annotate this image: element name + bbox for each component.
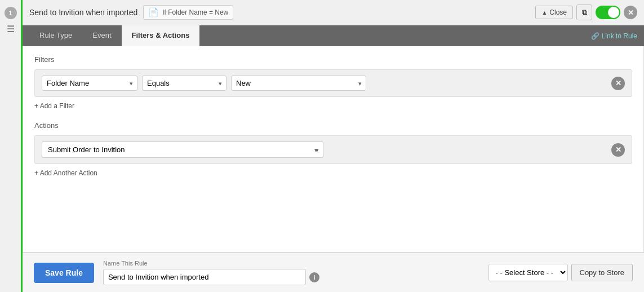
copy-to-store-button[interactable]: Copy to Store bbox=[571, 264, 633, 281]
filter-field-wrapper: Folder Name Order Status Tag bbox=[42, 76, 137, 91]
link-icon: 🔗 bbox=[591, 32, 599, 40]
remove-filter-button[interactable]: ✕ bbox=[611, 77, 625, 90]
window-button[interactable]: ⧉ bbox=[576, 5, 592, 20]
filters-section: Filters Folder Name Order Status Tag Equ… bbox=[34, 55, 632, 119]
footer-bar: Save Rule Name This Rule i - - Select St… bbox=[23, 253, 644, 292]
tabs-bar: Rule Type Event Filters & Actions 🔗 Link… bbox=[23, 25, 644, 46]
condition-badge: 📄 If Folder Name = New bbox=[143, 5, 233, 20]
filter-row: Folder Name Order Status Tag Equals Not … bbox=[34, 69, 632, 97]
filter-operator-select[interactable]: Equals Not Equals Contains bbox=[142, 76, 226, 91]
title-bar: Send to Invition when imported 📄 If Fold… bbox=[23, 0, 644, 25]
store-section: - - Select Store - - Store 1 Store 2 Cop… bbox=[488, 264, 633, 281]
link-to-rule[interactable]: 🔗 Link to Rule bbox=[591, 32, 637, 40]
rule-title: Send to Invition when imported bbox=[29, 8, 137, 17]
close-label: Close bbox=[549, 8, 567, 16]
name-rule-label: Name This Rule bbox=[103, 260, 319, 267]
action-select[interactable]: Submit Order to Invition Send Email Add … bbox=[42, 141, 323, 158]
close-button[interactable]: ▲ Close bbox=[535, 6, 573, 19]
toggle-switch[interactable] bbox=[596, 6, 620, 19]
actions-section: Actions Submit Order to Invition Send Em… bbox=[34, 121, 632, 186]
hamburger-icon[interactable]: ☰ bbox=[7, 24, 15, 34]
add-action-link[interactable]: + Add Another Action bbox=[34, 169, 97, 177]
filter-value-wrapper: New Processing Shipped bbox=[231, 76, 366, 91]
condition-text: If Folder Name = New bbox=[162, 8, 228, 16]
filter-field-select[interactable]: Folder Name Order Status Tag bbox=[42, 76, 137, 91]
close-x-button[interactable]: ✕ bbox=[624, 6, 637, 19]
filters-title: Filters bbox=[34, 55, 632, 64]
action-row: Submit Order to Invition Send Email Add … bbox=[34, 135, 632, 164]
name-rule-input-wrap: i bbox=[103, 269, 319, 285]
actions-title: Actions bbox=[34, 121, 632, 130]
info-icon[interactable]: i bbox=[309, 272, 319, 282]
filter-operator-wrapper: Equals Not Equals Contains bbox=[142, 76, 226, 91]
link-to-rule-label: Link to Rule bbox=[602, 32, 637, 40]
store-select[interactable]: - - Select Store - - Store 1 Store 2 bbox=[488, 264, 568, 281]
remove-action-button[interactable]: ✕ bbox=[611, 143, 625, 157]
step-number: 1 bbox=[5, 7, 17, 19]
filter-value-select[interactable]: New Processing Shipped bbox=[231, 76, 366, 91]
name-rule-input[interactable] bbox=[103, 269, 306, 285]
chevron-up-icon: ▲ bbox=[541, 10, 547, 16]
panel-body: Filters Folder Name Order Status Tag Equ… bbox=[23, 46, 644, 253]
tab-filters-actions[interactable]: Filters & Actions bbox=[122, 25, 200, 46]
tab-rule-type[interactable]: Rule Type bbox=[29, 25, 82, 46]
toggle-thumb bbox=[608, 7, 619, 18]
doc-icon: 📄 bbox=[148, 7, 159, 17]
tab-event[interactable]: Event bbox=[82, 25, 121, 46]
save-rule-button[interactable]: Save Rule bbox=[34, 263, 94, 283]
action-select-wrapper: Submit Order to Invition Send Email Add … bbox=[42, 141, 323, 158]
add-filter-link[interactable]: + Add a Filter bbox=[34, 102, 74, 110]
name-rule-section: Name This Rule i bbox=[103, 260, 319, 285]
